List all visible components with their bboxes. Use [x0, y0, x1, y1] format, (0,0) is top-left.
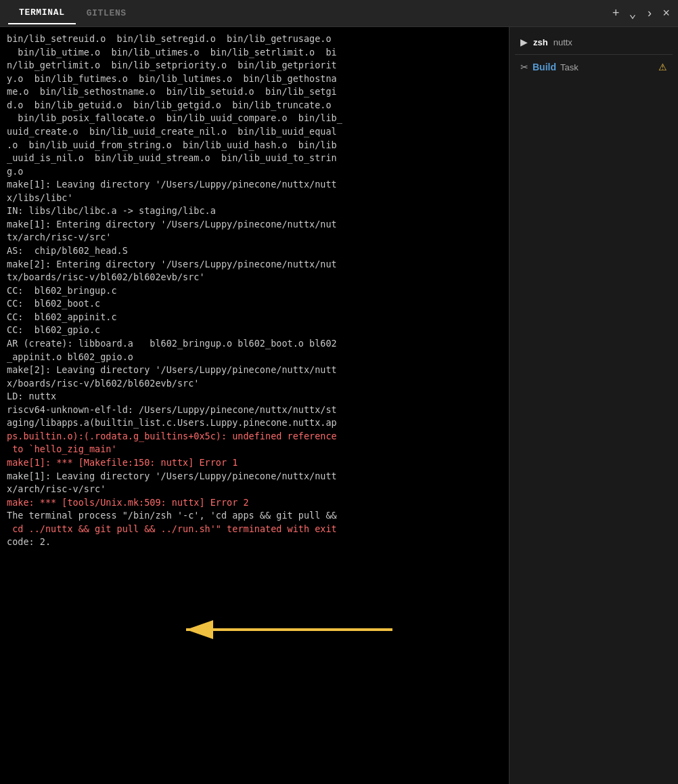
build-row: ✂ Build Task ⚠: [515, 59, 673, 75]
title-bar-actions: + ⌄ › ×: [612, 6, 670, 21]
title-bar: TERMINAL GITLENS + ⌄ › ×: [0, 0, 678, 27]
build-label: Build: [533, 62, 556, 72]
sidebar-panel: ▶ zsh nuttx ✂ Build Task ⚠: [509, 27, 678, 784]
shell-dir-label: nuttx: [553, 37, 572, 47]
divider: [515, 54, 673, 55]
scissors-icon: ✂: [520, 62, 528, 72]
close-icon[interactable]: ×: [662, 7, 670, 20]
tab-terminal[interactable]: TERMINAL: [8, 2, 76, 24]
task-label: Task: [560, 62, 579, 72]
terminal-output: bin/lib_setreuid.o bin/lib_setregid.o bi…: [7, 32, 502, 549]
terminal-main[interactable]: bin/lib_setreuid.o bin/lib_setregid.o bi…: [0, 27, 509, 784]
terminal-icon: ▶: [520, 37, 528, 47]
warning-icon: ⚠: [658, 62, 667, 72]
sidebar-top: ▶ zsh nuttx ✂ Build Task ⚠: [515, 34, 673, 75]
shell-name-label: zsh: [533, 37, 548, 47]
tab-group: TERMINAL GITLENS: [8, 2, 137, 24]
add-terminal-icon[interactable]: +: [612, 7, 620, 20]
forward-icon[interactable]: ›: [646, 7, 653, 20]
shell-row: ▶ zsh nuttx: [515, 34, 673, 50]
terminal-container: bin/lib_setreuid.o bin/lib_setregid.o bi…: [0, 27, 678, 784]
chevron-down-icon[interactable]: ⌄: [629, 6, 637, 21]
tab-gitlens[interactable]: GITLENS: [76, 3, 137, 24]
